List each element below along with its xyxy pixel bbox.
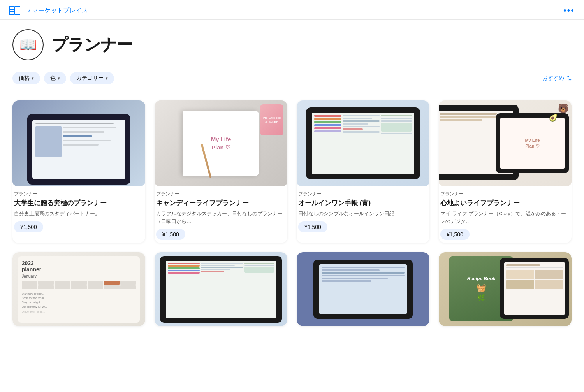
recipe-book-title: Recipe Book [467, 276, 496, 281]
app-header: ‹ マーケットプレイス ••• [0, 0, 584, 20]
back-navigation[interactable]: ‹ マーケットプレイス [28, 7, 88, 15]
category-icon: 📖 [12, 29, 44, 60]
product-image-4: My LifePlan ♡ 🐻 🥑 [439, 100, 572, 186]
price-filter-button[interactable]: 価格 ▾ [12, 72, 40, 84]
product-name-1: 大学生に贈る究極のプランナー [14, 199, 144, 207]
price-filter-label: 価格 [19, 75, 30, 82]
svg-rect-1 [15, 6, 20, 15]
product-card-8[interactable]: Recipe Book 🧺 🌿 [439, 252, 572, 326]
product-category-3: プランナー [298, 191, 428, 197]
product-desc-2: カラフルなデジタルステッカー、日付なしのプランナー（日曜日から… [156, 210, 286, 225]
color-filter-label: 色 [50, 75, 56, 82]
product-name-3: オールインワン手帳 (青) [298, 199, 428, 207]
product-info-3: プランナー オールインワン手帳 (青) 日付なしのシンプルなオールインワン日記 … [297, 186, 429, 236]
product-card-4[interactable]: My LifePlan ♡ 🐻 🥑 プランナー 心地よいライフプランナー マイ … [439, 100, 572, 243]
back-label: マーケットプレイス [32, 7, 88, 15]
product-info-4: プランナー 心地よいライフプランナー マイ ライフ プランナー（Cozy）で、温… [439, 186, 572, 243]
filter-bar: 価格 ▾ 色 ▾ カテゴリー ▾ おすすめ ⇅ [0, 68, 584, 91]
svg-rect-0 [9, 6, 14, 15]
product-grid-row1: プランナー 大学生に贈る究極のプランナー 自分史上最高のスタディパートナー。 ¥… [0, 91, 584, 252]
product-category-4: プランナー [440, 191, 570, 197]
product-grid-row2: 2023planner January [0, 252, 584, 336]
sort-button[interactable]: おすすめ ⇅ [542, 75, 572, 82]
back-chevron-icon: ‹ [28, 7, 30, 15]
filter-buttons: 価格 ▾ 色 ▾ カテゴリー ▾ [12, 72, 114, 84]
header-left: ‹ マーケットプレイス [9, 5, 88, 16]
more-options-button[interactable]: ••• [563, 5, 575, 16]
product-price-3: ¥1,500 [298, 221, 327, 232]
product-desc-4: マイ ライフ プランナー（Cozy）で、温かみのあるトーンのデジタ… [440, 210, 570, 225]
product-card-7[interactable] [297, 252, 429, 326]
category-header: 📖 プランナー [0, 20, 584, 68]
product-image-2: Pre-CroppedSTICKER My LifePlan ♡ [155, 100, 287, 186]
product-price-4: ¥1,500 [440, 229, 470, 240]
category-chevron-icon: ▾ [106, 76, 108, 81]
product-desc-3: 日付なしのシンプルなオールインワン日記 [298, 210, 428, 218]
product-info-2: プランナー キャンディーライフプランナー カラフルなデジタルステッカー、日付なし… [155, 186, 287, 243]
color-chevron-icon: ▾ [58, 76, 60, 81]
product-category-2: プランナー [156, 191, 286, 197]
product-price-1: ¥1,500 [14, 221, 43, 232]
color-filter-button[interactable]: 色 ▾ [44, 72, 66, 84]
product-desc-1: 自分史上最高のスタディパートナー。 [14, 210, 144, 218]
product-card-2[interactable]: Pre-CroppedSTICKER My LifePlan ♡ プランナー キ… [155, 100, 287, 243]
sort-icon: ⇅ [566, 75, 572, 82]
category-icon-emoji: 📖 [19, 37, 37, 53]
product-card-3[interactable]: プランナー オールインワン手帳 (青) 日付なしのシンプルなオールインワン日記 … [297, 100, 429, 243]
product-image-1 [12, 100, 145, 186]
product-price-2: ¥1,500 [156, 229, 185, 240]
price-chevron-icon: ▾ [32, 76, 34, 81]
sort-label: おすすめ [542, 75, 564, 82]
product-category-1: プランナー [14, 191, 144, 197]
category-filter-label: カテゴリー [76, 75, 104, 82]
product-card-5[interactable]: 2023planner January [12, 252, 145, 326]
category-filter-button[interactable]: カテゴリー ▾ [70, 72, 114, 84]
product-name-2: キャンディーライフプランナー [156, 199, 286, 207]
product-name-4: 心地よいライフプランナー [440, 199, 570, 207]
category-title: プランナー [51, 34, 133, 56]
product-card-1[interactable]: プランナー 大学生に贈る究極のプランナー 自分史上最高のスタディパートナー。 ¥… [12, 100, 145, 243]
product-card-6[interactable] [155, 252, 287, 326]
product-info-1: プランナー 大学生に贈る究極のプランナー 自分史上最高のスタディパートナー。 ¥… [12, 186, 145, 236]
sidebar-toggle-button[interactable] [9, 5, 22, 16]
product-image-3 [297, 100, 429, 186]
